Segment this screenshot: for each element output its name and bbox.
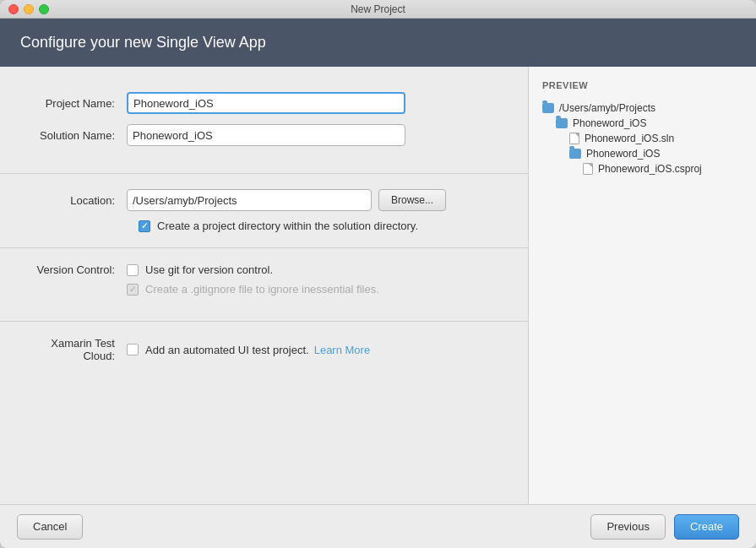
file-icon <box>569 133 579 144</box>
names-section: Project Name: Solution Name: <box>0 92 528 174</box>
gitignore-label: Create a .gitignore file to ignore iness… <box>145 283 379 296</box>
folder-icon <box>542 103 554 113</box>
previous-button[interactable]: Previous <box>590 514 666 540</box>
folder-icon <box>569 149 581 159</box>
gitignore-row: Create a .gitignore file to ignore iness… <box>127 283 379 296</box>
header-title: Configure your new Single View App <box>20 34 266 51</box>
tree-item-label: /Users/amyb/Projects <box>559 102 655 114</box>
location-row: Location: Browse... <box>25 189 503 211</box>
footer: Cancel Previous Create <box>0 504 756 548</box>
location-section: Location: Browse... Create a project dir… <box>0 174 528 248</box>
git-checkbox[interactable] <box>127 264 139 276</box>
location-input[interactable] <box>127 189 372 211</box>
project-name-label: Project Name: <box>25 97 127 110</box>
test-cloud-section: Xamarin Test Cloud: Add an automated UI … <box>0 322 528 388</box>
left-panel: Project Name: Solution Name: Location: B… <box>0 67 528 504</box>
cancel-button[interactable]: Cancel <box>17 514 83 540</box>
project-name-input[interactable] <box>127 92 405 114</box>
tree-item-2: Phoneword_iOS.sln <box>569 131 742 146</box>
right-panel: PREVIEW /Users/amyb/Projects Phoneword_i… <box>528 67 756 504</box>
window: New Project Configure your new Single Vi… <box>0 0 756 548</box>
create-dir-row: Create a project directory within the so… <box>139 220 503 232</box>
close-button[interactable] <box>8 4 19 14</box>
window-title: New Project <box>351 3 405 15</box>
tree-item-0: /Users/amyb/Projects <box>542 100 742 116</box>
learn-more-link[interactable]: Learn More <box>314 344 370 356</box>
tree-item-label: Phoneword_iOS.csproj <box>598 163 702 175</box>
test-cloud-option: Add an automated UI test project. Learn … <box>127 344 370 356</box>
file-icon <box>583 163 593 175</box>
solution-name-row: Solution Name: <box>25 124 503 146</box>
version-control-label: Version Control: <box>25 263 127 276</box>
preview-title: PREVIEW <box>542 80 742 90</box>
tree-item-label: Phoneword_iOS <box>586 148 660 160</box>
browse-button[interactable]: Browse... <box>378 189 446 211</box>
add-test-label: Add an automated UI test project. <box>145 344 309 356</box>
create-dir-checkbox[interactable] <box>139 220 150 232</box>
title-bar: New Project <box>0 0 756 19</box>
git-row: Use git for version control. <box>127 263 379 276</box>
project-name-row: Project Name: <box>25 92 503 114</box>
header: Configure your new Single View App <box>0 19 756 67</box>
traffic-lights <box>8 4 49 14</box>
tree-item-4: Phoneword_iOS.csproj <box>583 161 742 176</box>
folder-icon <box>556 118 568 128</box>
tree-item-label: Phoneword_iOS <box>573 117 646 129</box>
git-label: Use git for version control. <box>145 263 273 276</box>
minimize-button[interactable] <box>24 4 34 14</box>
tree-item-label: Phoneword_iOS.sln <box>585 133 674 144</box>
test-cloud-row: Xamarin Test Cloud: Add an automated UI … <box>25 337 503 362</box>
footer-right: Previous Create <box>590 514 739 540</box>
gitignore-checkbox[interactable] <box>127 284 139 296</box>
create-button[interactable]: Create <box>674 514 739 540</box>
solution-name-label: Solution Name: <box>25 129 127 142</box>
version-control-section: Version Control: Use git for version con… <box>0 248 528 322</box>
maximize-button[interactable] <box>39 4 49 14</box>
tree-item-3: Phoneword_iOS <box>569 146 742 161</box>
solution-name-input[interactable] <box>127 124 405 146</box>
location-label: Location: <box>25 194 127 207</box>
main-content: Project Name: Solution Name: Location: B… <box>0 67 756 504</box>
create-dir-label: Create a project directory within the so… <box>157 220 418 232</box>
version-control-options: Use git for version control. Create a .g… <box>127 263 379 296</box>
tree-item-1: Phoneword_iOS <box>556 116 742 131</box>
version-control-row: Version Control: Use git for version con… <box>25 263 503 296</box>
test-cloud-label: Xamarin Test Cloud: <box>25 337 127 362</box>
test-cloud-checkbox[interactable] <box>127 344 139 355</box>
